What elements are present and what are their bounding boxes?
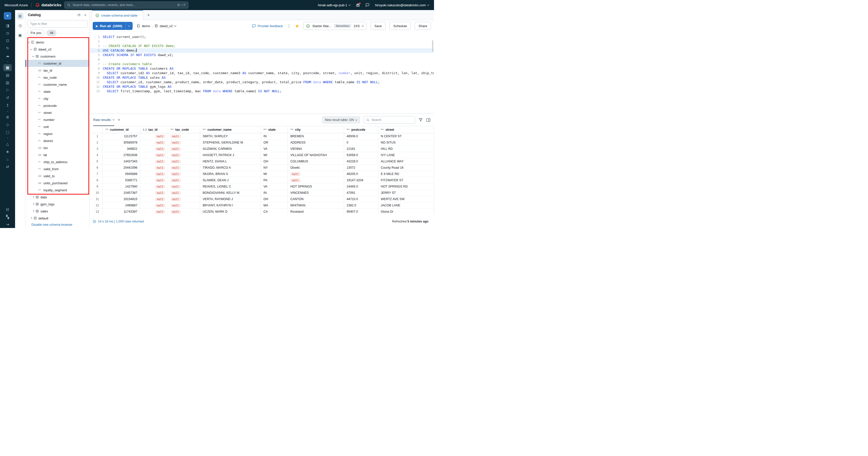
table-cell[interactable]: STEPHENS, GERALDINE M xyxy=(200,140,261,146)
table-cell[interactable]: IN xyxy=(261,190,288,196)
column-header-tax_id[interactable]: 1.2tax_id xyxy=(140,126,168,133)
table-cell[interactable]: 13072 xyxy=(344,165,378,171)
kebab-menu-icon[interactable]: ⋮ xyxy=(287,24,291,28)
table-cell[interactable]: 27652636 xyxy=(103,152,140,158)
table-cell[interactable]: null xyxy=(140,171,168,177)
catalog-filter-input[interactable] xyxy=(27,20,88,28)
add-result-tab-button[interactable]: + xyxy=(118,117,120,122)
marketplace-icon[interactable]: ⌂ xyxy=(3,155,12,163)
table-cell[interactable]: null xyxy=(140,152,168,158)
table-cell[interactable]: SKORA, BRIAN S xyxy=(200,171,261,177)
table-cell[interactable]: VA xyxy=(261,146,288,152)
table-cell[interactable]: BONGIOVANNI, KELLY M xyxy=(200,190,261,196)
workspace-files-icon[interactable]: ▣ xyxy=(17,32,24,39)
table-cell[interactable]: WI xyxy=(261,152,288,158)
row-number-cell[interactable]: 6 xyxy=(92,165,103,171)
tree-item-tax_id[interactable]: .00tax_id xyxy=(25,67,89,74)
table-cell[interactable]: REAVES, LIONEL C xyxy=(200,183,261,190)
experiments-icon[interactable]: △ xyxy=(3,141,12,147)
column-header-street[interactable]: ᴬᵇᶜstreet xyxy=(378,126,434,133)
table-cell[interactable]: GUZMAN, CARMEN xyxy=(200,146,261,152)
alerts-icon[interactable]: ⚐ xyxy=(3,87,12,94)
table-cell[interactable]: null xyxy=(288,177,344,183)
tree-item-customers[interactable]: customers xyxy=(25,53,89,60)
catalog-schema-selector[interactable]: demo . dawd_v2 xyxy=(136,24,176,28)
share-button[interactable]: Share xyxy=(415,22,431,30)
table-cell[interactable]: null xyxy=(140,190,168,196)
query-history-icon[interactable]: ↺ xyxy=(3,94,12,101)
table-cell[interactable]: OR xyxy=(261,140,288,146)
code-line-2[interactable]: 2 xyxy=(90,39,434,44)
row-number-cell[interactable]: 7 xyxy=(92,171,103,177)
tree-item-city[interactable]: ᴬᵇᶜcity xyxy=(25,95,89,102)
code-line-11[interactable]: 11 SELECT customer_id, customer_name, pr… xyxy=(90,80,434,84)
row-number-cell[interactable]: 2 xyxy=(92,140,103,146)
tree-item-valid_from[interactable]: ¹²³valid_from xyxy=(25,165,89,172)
results-search-box[interactable] xyxy=(364,116,415,124)
table-cell[interactable]: HILL RD xyxy=(378,146,434,152)
table-cell[interactable]: null xyxy=(168,190,200,196)
sql-editor[interactable]: 1SELECT current_user();23-- CREATE CATAL… xyxy=(90,32,434,114)
table-cell[interactable]: VA xyxy=(261,183,288,190)
tree-item-district[interactable]: ᴬᵇᶜdistrict xyxy=(25,137,89,144)
code-line-9[interactable]: 9 SELECT customer_id2 AS customer_id, ta… xyxy=(90,71,434,76)
table-cell[interactable]: 11743397 xyxy=(103,209,140,215)
code-line-12[interactable]: 12CREATE OR REPLACE TABLE gym_logs AS xyxy=(90,84,434,89)
table-cell[interactable]: null xyxy=(168,171,200,177)
table-cell[interactable]: null xyxy=(168,133,200,139)
tree-item-number[interactable]: ᴬᵇᶜnumber xyxy=(25,116,89,123)
table-cell[interactable]: 10457387 xyxy=(103,190,140,196)
table-cell[interactable]: 19147-3204 xyxy=(344,177,378,183)
run-options-dropdown[interactable] xyxy=(126,22,133,30)
tree-item-dawd_v2[interactable]: dawd_v2 xyxy=(25,46,89,53)
save-button[interactable]: Save xyxy=(370,22,385,30)
table-cell[interactable]: NY xyxy=(261,165,288,171)
collapse-rail-icon[interactable]: ⇥ xyxy=(3,221,12,228)
storage-icon[interactable]: ⊟ xyxy=(3,206,12,213)
column-header-tax_code[interactable]: ᴬᵇᶜtax_code xyxy=(168,126,200,133)
table-cell[interactable]: 11123757 xyxy=(103,133,140,139)
table-cell[interactable]: IN xyxy=(261,133,288,139)
table-cell[interactable]: null xyxy=(140,146,168,152)
column-header-customer_name[interactable]: ᴬᵇᶜcustomer_name xyxy=(200,126,261,133)
user-menu[interactable]: hiroyuki.nakazato@databricks.com xyxy=(375,3,429,7)
table-cell[interactable]: 5385771 xyxy=(103,177,140,183)
chevron-right-icon[interactable] xyxy=(32,210,34,212)
tree-item-default[interactable]: default xyxy=(25,215,89,222)
table-cell[interactable]: CA xyxy=(261,209,288,215)
tree-item-lon[interactable]: .00lon xyxy=(25,144,89,151)
table-cell[interactable]: HENTZ, DIANA L xyxy=(200,159,261,164)
code-line-3[interactable]: 3-- CREATE CATALOG IF NOT EXISTS demo; xyxy=(90,44,434,48)
row-number-cell[interactable]: 9 xyxy=(92,183,103,190)
column-header-city[interactable]: ᴬᵇᶜcity xyxy=(288,126,344,133)
table-cell[interactable]: OH xyxy=(261,159,288,164)
tree-item-lat[interactable]: .00lat xyxy=(25,151,89,159)
run-all-button[interactable]: ▶ Run all (1000) xyxy=(93,22,133,30)
table-cell[interactable]: null xyxy=(168,209,200,215)
table-cell[interactable]: null xyxy=(140,165,168,171)
chevron-down-icon[interactable] xyxy=(30,48,32,50)
table-cell[interactable]: 22181 xyxy=(344,146,378,152)
table-cell[interactable]: null xyxy=(140,183,168,190)
table-cell[interactable]: null xyxy=(140,159,168,164)
tree-item-customer_name[interactable]: ᴬᵇᶜcustomer_name xyxy=(25,81,89,88)
table-cell[interactable]: HOT SPRINGS RD xyxy=(378,183,434,190)
table-cell[interactable]: SMITH, SHIRLEY xyxy=(200,133,261,139)
code-line-4[interactable]: 4USE CATALOG demo; xyxy=(90,48,434,53)
tree-item-sales[interactable]: sales xyxy=(25,208,89,215)
code-line-7[interactable]: 7-- Create customers table xyxy=(90,62,434,66)
gift-icon[interactable] xyxy=(356,3,360,7)
table-cell[interactable]: BRYANT, KATHRYN I xyxy=(200,202,261,208)
recents-panel-icon[interactable]: ◷ xyxy=(17,22,24,29)
results-search-input[interactable] xyxy=(371,118,412,122)
column-header-state[interactable]: ᴬᵇᶜstate xyxy=(261,126,288,133)
table-cell[interactable]: 46506.0 xyxy=(344,133,378,139)
pill-all[interactable]: All xyxy=(46,30,57,36)
table-cell[interactable]: 95407.0 xyxy=(344,209,378,215)
table-cell[interactable]: 14437343 xyxy=(103,159,140,164)
table-cell[interactable]: VILLAGE OF NASHOTAH xyxy=(288,152,344,158)
table-cell[interactable]: 48205.0 xyxy=(344,171,378,177)
table-cell[interactable]: IVY LANE xyxy=(378,152,434,158)
table-cell[interactable]: Gloria Dr xyxy=(378,209,434,215)
table-cell[interactable]: null xyxy=(168,177,200,183)
